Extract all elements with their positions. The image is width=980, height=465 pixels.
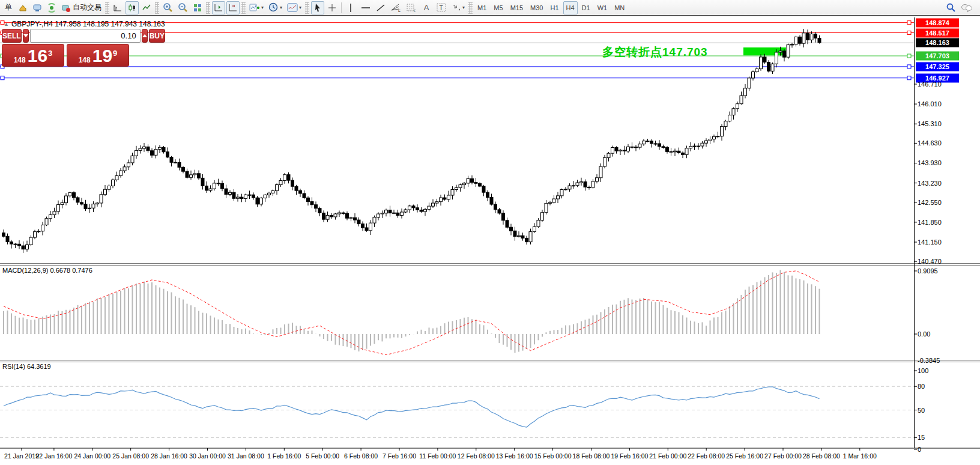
candle bbox=[736, 104, 739, 109]
candle bbox=[147, 147, 150, 150]
time-axis-label: 19 Feb 16:00 bbox=[611, 452, 648, 460]
pivot-annotation: 多空转折点147.703 bbox=[602, 44, 708, 60]
candle bbox=[248, 195, 251, 195]
candle bbox=[232, 192, 235, 198]
candle bbox=[377, 214, 380, 217]
candle bbox=[295, 186, 298, 190]
candle bbox=[572, 186, 575, 186]
candle bbox=[432, 203, 435, 206]
candle bbox=[549, 202, 552, 203]
price-level-label-current-price: 148.163 bbox=[916, 38, 959, 47]
price-axis-border bbox=[914, 17, 915, 448]
time-axis-label: 28 Jan 16:00 bbox=[151, 452, 187, 460]
volume-decrease-button[interactable] bbox=[23, 29, 29, 43]
candle bbox=[318, 208, 321, 213]
macd-axis-tick: 0.9095 bbox=[918, 267, 938, 275]
candle bbox=[552, 199, 555, 202]
candle bbox=[748, 78, 751, 88]
candle bbox=[322, 213, 325, 219]
price-axis-tick: 141.850 bbox=[918, 219, 942, 226]
candle bbox=[151, 151, 154, 155]
rsi-axis-tick: 80 bbox=[918, 383, 925, 390]
candle bbox=[271, 191, 274, 193]
rsi-axis-tick: 0 bbox=[918, 446, 921, 453]
price-level-label-pivot: 147.703 bbox=[916, 52, 959, 61]
candle bbox=[541, 213, 544, 220]
buy-price-quote[interactable]: 148199 bbox=[67, 44, 129, 67]
candle bbox=[112, 180, 115, 186]
candle bbox=[143, 147, 146, 148]
candle bbox=[791, 44, 794, 45]
candle bbox=[420, 210, 423, 211]
candle bbox=[818, 38, 821, 43]
candle bbox=[178, 162, 181, 167]
candle bbox=[467, 178, 470, 183]
candle bbox=[287, 175, 290, 180]
candle bbox=[783, 51, 786, 57]
candle bbox=[721, 127, 724, 136]
candle bbox=[107, 186, 110, 189]
candle bbox=[365, 228, 368, 231]
candle bbox=[401, 212, 404, 216]
candle bbox=[225, 189, 228, 194]
time-axis-label: 13 Feb 16:00 bbox=[496, 452, 533, 460]
candle bbox=[88, 208, 91, 208]
chart-graphics[interactable] bbox=[0, 0, 980, 465]
sell-price-quote[interactable]: 148163 bbox=[2, 44, 64, 67]
candle bbox=[276, 184, 279, 190]
candle bbox=[513, 231, 516, 236]
candle bbox=[349, 217, 352, 218]
candle bbox=[689, 147, 692, 148]
pane-separator-rsi[interactable] bbox=[0, 360, 980, 362]
candle bbox=[338, 213, 341, 214]
candle bbox=[291, 180, 294, 186]
candle bbox=[607, 153, 610, 157]
pane-separator-macd[interactable] bbox=[0, 263, 980, 266]
candle bbox=[603, 157, 606, 166]
candle bbox=[498, 210, 501, 213]
candle bbox=[252, 195, 255, 198]
candle bbox=[752, 72, 755, 78]
candle bbox=[119, 171, 122, 175]
candle bbox=[428, 206, 431, 209]
rsi-axis-tick: 15 bbox=[918, 434, 925, 441]
candle bbox=[357, 220, 360, 224]
candle bbox=[650, 141, 653, 144]
candle bbox=[658, 144, 661, 147]
candle bbox=[537, 220, 540, 227]
candle bbox=[713, 136, 716, 139]
macd-signal-line bbox=[4, 271, 820, 355]
time-axis-label: 6 Feb 08:00 bbox=[344, 452, 378, 460]
volume-increase-button[interactable] bbox=[142, 29, 148, 43]
candle bbox=[627, 147, 630, 151]
candle bbox=[37, 231, 40, 232]
buy-button[interactable]: BUY bbox=[149, 29, 165, 43]
candle bbox=[521, 236, 524, 238]
candle bbox=[18, 244, 21, 246]
volume-input[interactable] bbox=[30, 29, 141, 43]
candle bbox=[580, 182, 583, 183]
candle bbox=[529, 232, 532, 242]
candle bbox=[310, 202, 313, 205]
candle bbox=[260, 198, 263, 204]
price-axis-tick: 140.470 bbox=[918, 258, 942, 265]
candle bbox=[29, 237, 32, 245]
candle bbox=[443, 198, 446, 199]
time-axis-label: 1 Mar 16:00 bbox=[843, 452, 877, 460]
candle bbox=[123, 167, 126, 171]
candle bbox=[373, 217, 376, 223]
price-level-label-resistance: 148.874 bbox=[916, 18, 959, 27]
time-axis-label: 15 Feb 00:00 bbox=[534, 452, 572, 460]
one-click-trading-panel: SELL BUY 148163 148199 bbox=[2, 29, 129, 67]
candle bbox=[154, 149, 157, 155]
price-axis-tick: 142.550 bbox=[918, 199, 942, 206]
candle bbox=[408, 206, 411, 210]
candle bbox=[701, 143, 704, 146]
candle bbox=[393, 213, 396, 213]
candle bbox=[92, 204, 95, 208]
price-level-label-resistance: 148.517 bbox=[916, 28, 959, 37]
candle bbox=[354, 217, 357, 220]
candle bbox=[334, 214, 337, 217]
sell-button[interactable]: SELL bbox=[2, 29, 22, 43]
candle bbox=[591, 181, 594, 187]
